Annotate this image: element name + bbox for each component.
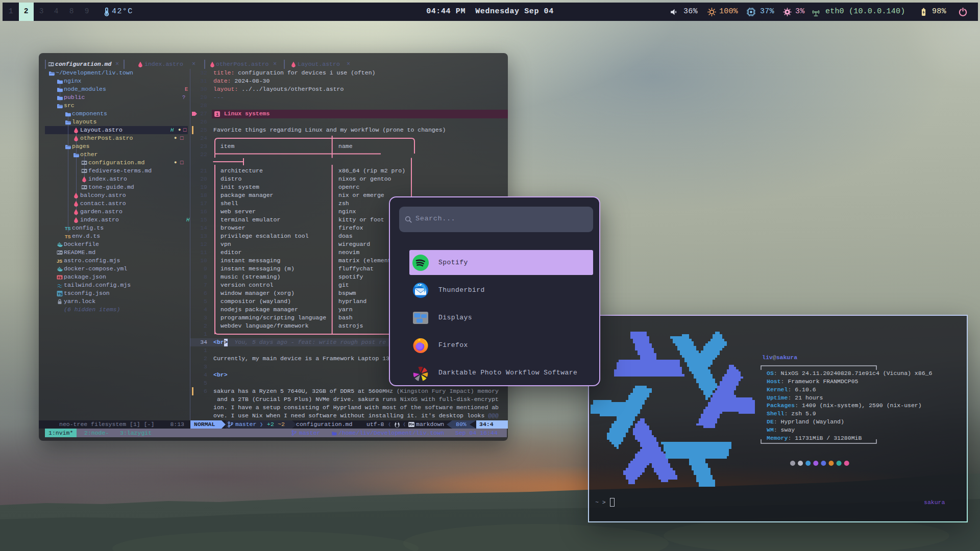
svg-text:TS: TS xyxy=(65,234,71,239)
svg-text:TS: TS xyxy=(65,226,71,231)
svg-text:TS: TS xyxy=(58,292,62,296)
svg-text:JS: JS xyxy=(57,259,62,264)
